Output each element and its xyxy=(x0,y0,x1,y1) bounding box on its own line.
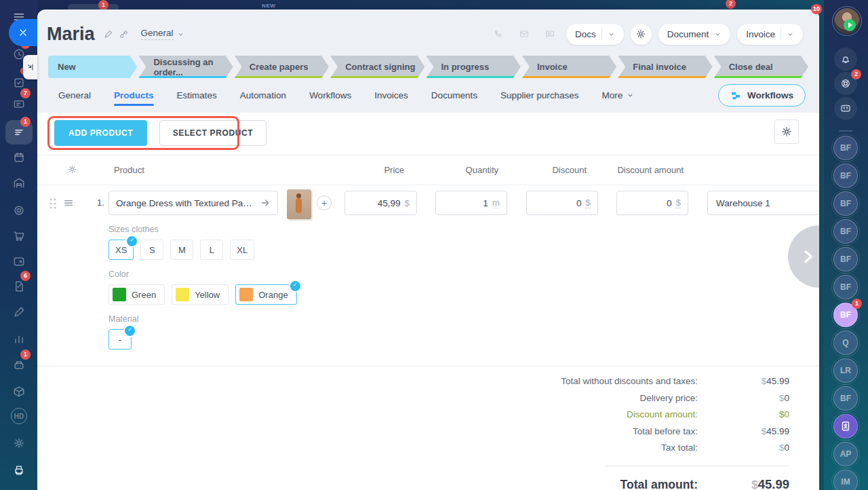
tab-workflows[interactable]: Workflows xyxy=(309,81,351,110)
discount-amount-input[interactable]: 0 $ xyxy=(616,191,688,215)
color-chip-green[interactable]: Green xyxy=(108,284,165,305)
avatar[interactable]: IM xyxy=(833,470,858,490)
sidebar-item-cart[interactable] xyxy=(5,224,33,248)
avatar[interactable]: BF xyxy=(833,136,858,160)
pipeline-stage[interactable]: Invoice xyxy=(522,56,616,78)
color-chip-orange[interactable]: Orange xyxy=(235,284,296,305)
play-badge-icon[interactable] xyxy=(844,19,856,31)
avatar[interactable]: BF xyxy=(833,386,858,411)
select-product-button[interactable]: SELECT PRODUCT xyxy=(159,120,267,146)
discount-amount-unit[interactable]: $ xyxy=(675,197,681,208)
mail-icon[interactable] xyxy=(515,24,534,43)
settings-button[interactable] xyxy=(631,24,652,45)
wallet-icon xyxy=(12,255,26,268)
avatar[interactable]: BF xyxy=(833,247,858,271)
pipeline-stage[interactable]: In progress xyxy=(427,56,521,78)
tab-more[interactable]: More xyxy=(602,81,635,110)
document-button[interactable]: Document xyxy=(658,24,731,45)
tab-automation[interactable]: Automation xyxy=(240,81,286,110)
size-chip-s[interactable]: S xyxy=(140,240,163,260)
avatar[interactable]: Q xyxy=(833,331,858,355)
column-header-price: Price xyxy=(336,165,404,175)
color-chip-yellow[interactable]: Yellow xyxy=(172,284,229,305)
avatar[interactable]: BF xyxy=(833,219,858,244)
invoice-button[interactable]: Invoice xyxy=(737,24,803,45)
sidebar-item-calls[interactable]: 1 xyxy=(5,353,33,377)
avatar[interactable]: BF xyxy=(833,191,858,216)
tab-estimates[interactable]: Estimates xyxy=(177,81,217,110)
quantity-unit[interactable]: m xyxy=(492,197,500,208)
sidebar-item-close[interactable] xyxy=(9,19,37,46)
sidebar-item-wallet[interactable] xyxy=(5,249,33,274)
quantity-input[interactable]: 1 m xyxy=(435,191,507,215)
sidebar-item-warehouse[interactable] xyxy=(5,171,33,195)
price-input[interactable]: 45,99 $ xyxy=(344,191,417,215)
tab-products[interactable]: Products xyxy=(114,81,154,110)
pipeline-stage[interactable]: Discussing an order... xyxy=(138,56,233,78)
pipeline-stage[interactable]: Contract signing xyxy=(330,56,425,78)
rsb-chat-arrows-button[interactable] xyxy=(834,97,857,120)
pipeline-stage[interactable]: Close deal xyxy=(714,56,808,78)
row-menu-icon[interactable] xyxy=(63,197,74,211)
docs-button[interactable]: Docs xyxy=(566,24,624,45)
sidebar-item-reports[interactable] xyxy=(5,327,33,352)
sidebar-item-deals[interactable]: 1 xyxy=(5,120,33,145)
notification-badge: 1 xyxy=(20,350,31,360)
product-photo[interactable] xyxy=(287,189,311,219)
table-settings-button[interactable] xyxy=(774,119,799,144)
size-chip-m[interactable]: M xyxy=(170,240,193,260)
link-icon[interactable] xyxy=(119,29,129,39)
sidebar-item-hd[interactable]: HD xyxy=(5,404,33,428)
color-swatch xyxy=(239,288,253,301)
pipeline-stage[interactable]: Final invoice xyxy=(618,56,712,78)
workflows-button[interactable]: Workflows xyxy=(718,84,806,107)
sidebar-item-products[interactable] xyxy=(5,379,33,404)
rsb-bell-button[interactable] xyxy=(834,48,857,71)
sidebar-item-printer[interactable] xyxy=(5,458,33,483)
pipeline-stage[interactable]: Create papers xyxy=(235,56,329,78)
rsb-support-button[interactable]: 2 xyxy=(834,72,857,95)
size-chip-xs[interactable]: XS xyxy=(108,240,134,260)
avatar[interactable]: BF1 xyxy=(833,303,858,327)
tab-general[interactable]: General xyxy=(58,81,91,110)
drag-handle-icon[interactable] xyxy=(48,197,58,212)
discount-input[interactable]: 0 $ xyxy=(526,191,598,215)
gear-icon[interactable] xyxy=(67,164,77,176)
size-chip-xl[interactable]: XL xyxy=(230,240,254,260)
sidebar-item-edit[interactable] xyxy=(5,300,33,324)
notification-badge: 2 xyxy=(851,69,861,79)
chat-icon[interactable] xyxy=(540,24,559,43)
warehouse-select[interactable]: Warehouse 1 xyxy=(707,191,819,215)
avatar[interactable]: BF xyxy=(833,275,858,299)
context-dropdown[interactable]: General xyxy=(141,28,184,40)
deal-card: Maria General Docs Document xyxy=(37,10,819,490)
edit-icon[interactable] xyxy=(103,29,113,39)
phone-icon[interactable] xyxy=(489,24,508,43)
discount-unit[interactable]: $ xyxy=(585,197,591,208)
avatar-contact[interactable] xyxy=(833,414,858,438)
avatar[interactable]: BF xyxy=(833,164,858,188)
sidebar-item-settings[interactable] xyxy=(5,431,33,455)
arrow-right-icon[interactable] xyxy=(260,197,271,208)
payments-icon xyxy=(12,97,26,111)
column-header-quantity: Quantity xyxy=(431,165,498,175)
product-name-input[interactable]: Orange Dress with Textured Patt... xyxy=(108,191,278,215)
tab-label: Documents xyxy=(431,90,477,100)
tab-invoices[interactable]: Invoices xyxy=(374,81,408,110)
sidebar-item-payments[interactable]: 7 xyxy=(5,92,33,116)
avatar[interactable]: AP xyxy=(833,442,858,466)
sidebar-item-calendar[interactable] xyxy=(5,145,33,170)
add-photo-button[interactable]: + xyxy=(317,195,332,210)
page-title: Maria xyxy=(47,24,95,45)
sidebar-item-documents[interactable]: 6 xyxy=(5,274,33,299)
tab-supplier-purchases[interactable]: Supplier purchases xyxy=(500,81,579,110)
avatar[interactable]: LR xyxy=(833,358,858,383)
sidebar-item-goals[interactable] xyxy=(5,198,33,223)
tab-documents[interactable]: Documents xyxy=(431,81,477,110)
chevron-down-icon xyxy=(627,92,634,99)
pipeline-stage[interactable]: New xyxy=(48,56,137,78)
add-product-button[interactable]: ADD PRODUCT xyxy=(54,120,147,146)
size-chip-l[interactable]: L xyxy=(200,240,223,260)
material-chip[interactable]: - xyxy=(108,329,132,350)
sidebar-item-dock-arrow[interactable] xyxy=(23,55,37,79)
